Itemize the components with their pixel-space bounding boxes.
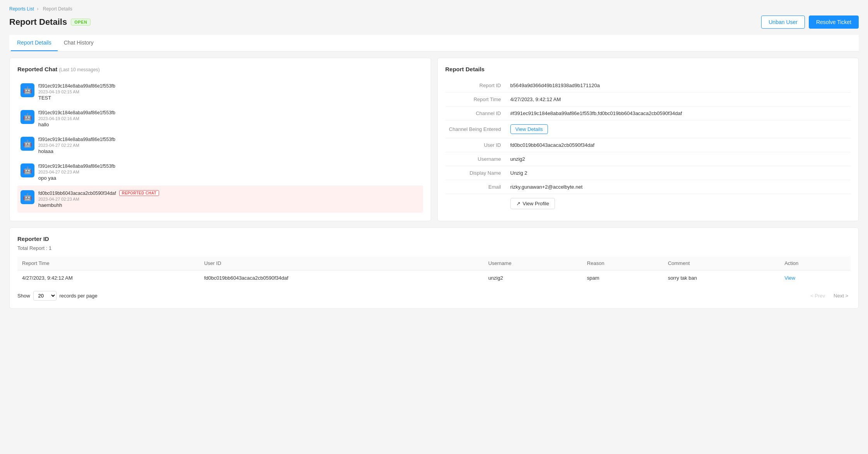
per-page-select[interactable]: 20 50 100 [33,291,56,301]
label: Email [445,180,507,194]
reported-chat-header: Reported Chat (Last 10 messages) [17,66,423,72]
label: Username [445,152,507,166]
cell-username: unzig2 [484,270,582,286]
detail-row-channel-id: Channel ID #f391ec919c184e8aba99af86e1f5… [445,107,851,120]
show-area: Show 20 50 100 records per page [17,291,98,301]
chat-message: hallo [38,122,420,127]
detail-row-view-profile: ↗ View Profile [445,194,851,213]
chat-timestamp: 2023-04-27 02:23 AM [38,170,420,174]
chat-timestamp: 2023-04-19 02:16 AM [38,116,420,121]
external-link-icon: ↗ [516,201,520,206]
value: #f391ec919c184e8aba99af86e1f553fb,fd0bc0… [507,107,851,120]
detail-row-email: Email rizky.gunawan+2@accelbyte.net [445,180,851,194]
view-profile-label: View Profile [523,201,549,206]
chat-user-id: fd0bc019bb6043acaca2cb0590f34daf [38,191,116,196]
value: ↗ View Profile [507,194,851,213]
reported-chat-title: Reported Chat [17,66,57,72]
table-row: 4/27/2023, 9:42:12 AM fd0bc019bb6043acac… [17,270,851,286]
chat-message: opo yaa [38,175,420,181]
value: fd0bc019bb6043acaca2cb0590f34daf [507,138,851,152]
chat-item: 🤖 f391ec919c184e8aba99af86e1f553fb 2023-… [17,159,423,186]
pagination-area: < Prev Next > [808,292,851,299]
chat-item: 🤖 f391ec919c184e8aba99af86e1f553fb 2023-… [17,79,423,105]
chat-item: 🤖 f391ec919c184e8aba99af86e1f553fb 2023-… [17,105,423,132]
label: Channel ID [445,107,507,120]
col-report-time: Report Time [17,256,199,270]
label: Display Name [445,166,507,180]
avatar: 🤖 [21,163,34,177]
robot-icon: 🤖 [23,86,32,95]
next-page-button[interactable]: Next > [831,292,851,299]
cell-user-id: fd0bc019bb6043acaca2cb0590f34daf [199,270,483,286]
cell-action: View [780,270,851,286]
view-profile-button[interactable]: ↗ View Profile [510,198,555,209]
show-label: Show [17,293,30,299]
cell-report-time: 4/27/2023, 9:42:12 AM [17,270,199,286]
detail-row-user-id: User ID fd0bc019bb6043acaca2cb0590f34daf [445,138,851,152]
col-comment: Comment [663,256,780,270]
tabs: Report Details Chat History [9,35,859,52]
label [445,194,507,213]
robot-icon: 🤖 [23,113,32,121]
unban-user-button[interactable]: Unban User [761,15,805,29]
col-username: Username [484,256,582,270]
col-action: Action [780,256,851,270]
table-footer: Show 20 50 100 records per page < Prev N… [17,291,851,301]
chat-timestamp: 2023-04-19 02:15 AM [38,89,420,94]
chat-user-id: f391ec919c184e8aba99af86e1f553fb [38,110,115,115]
breadcrumb: Reports List › Report Details [9,6,859,12]
table-body: 4/27/2023, 9:42:12 AM fd0bc019bb6043acac… [17,270,851,286]
prev-page-button[interactable]: < Prev [808,292,827,299]
view-action-link[interactable]: View [784,275,795,281]
table-header: Report Time User ID Username Reason Comm… [17,256,851,270]
records-label: records per page [60,293,98,299]
header-actions: Unban User Resolve Ticket [761,15,859,29]
chat-timestamp: 2023-04-27 02:23 AM [38,197,420,201]
chat-content: f391ec919c184e8aba99af86e1f553fb 2023-04… [38,137,420,154]
tab-report-details[interactable]: Report Details [11,35,58,51]
view-details-button[interactable]: View Details [510,124,548,134]
chat-user-id: f391ec919c184e8aba99af86e1f553fb [38,83,115,89]
chat-content: f391ec919c184e8aba99af86e1f553fb 2023-04… [38,163,420,181]
tab-chat-history[interactable]: Chat History [58,35,100,51]
page-header: Report Details OPEN Unban User Resolve T… [9,15,859,29]
page-title-area: Report Details OPEN [9,17,91,27]
value: b5649a9d366d49b181938ad9b171120a [507,79,851,93]
table-header-row: Report Time User ID Username Reason Comm… [17,256,851,270]
reporter-section: Reporter ID Total Report : 1 Report Time… [9,227,859,309]
detail-table: Report ID b5649a9d366d49b181938ad9b17112… [445,79,851,213]
chat-list: 🤖 f391ec919c184e8aba99af86e1f553fb 2023-… [17,79,423,213]
cell-comment: sorry tak ban [663,270,780,286]
chat-timestamp: 2023-04-27 02:22 AM [38,143,420,148]
reported-chat-subtitle: (Last 10 messages) [59,67,99,72]
value: Unzig 2 [507,166,851,180]
chat-message: holaaa [38,148,420,154]
robot-icon: 🤖 [23,139,32,148]
report-details-card: Report Details Report ID b5649a9d366d49b… [437,58,859,221]
detail-row-report-id: Report ID b5649a9d366d49b181938ad9b17112… [445,79,851,93]
chat-message: TEST [38,95,420,101]
reported-badge: REPORTED CHAT [119,190,159,196]
chat-content: fd0bc019bb6043acaca2cb0590f34daf REPORTE… [38,190,420,208]
status-badge: OPEN [71,19,91,26]
report-details-card-title: Report Details [445,66,851,72]
chat-content: f391ec919c184e8aba99af86e1f553fb 2023-04… [38,110,420,127]
label: Report ID [445,79,507,93]
chat-content: f391ec919c184e8aba99af86e1f553fb 2023-04… [38,83,420,101]
avatar: 🤖 [21,190,34,204]
value: 4/27/2023, 9:42:12 AM [507,93,851,107]
breadcrumb-parent[interactable]: Reports List [9,6,34,12]
detail-row-display-name: Display Name Unzig 2 [445,166,851,180]
total-report: Total Report : 1 [17,245,851,251]
chat-item-reported: 🤖 fd0bc019bb6043acaca2cb0590f34daf REPOR… [17,186,423,213]
robot-icon: 🤖 [23,166,32,175]
avatar: 🤖 [21,137,34,151]
resolve-ticket-button[interactable]: Resolve Ticket [809,15,859,29]
chat-user-id: f391ec919c184e8aba99af86e1f553fb [38,137,115,142]
avatar: 🤖 [21,83,34,97]
reported-chat-card: Reported Chat (Last 10 messages) 🤖 f391e… [9,58,431,221]
main-content: Reported Chat (Last 10 messages) 🤖 f391e… [9,58,859,221]
cell-reason: spam [582,270,663,286]
chat-user-id: f391ec919c184e8aba99af86e1f553fb [38,163,115,169]
col-reason: Reason [582,256,663,270]
